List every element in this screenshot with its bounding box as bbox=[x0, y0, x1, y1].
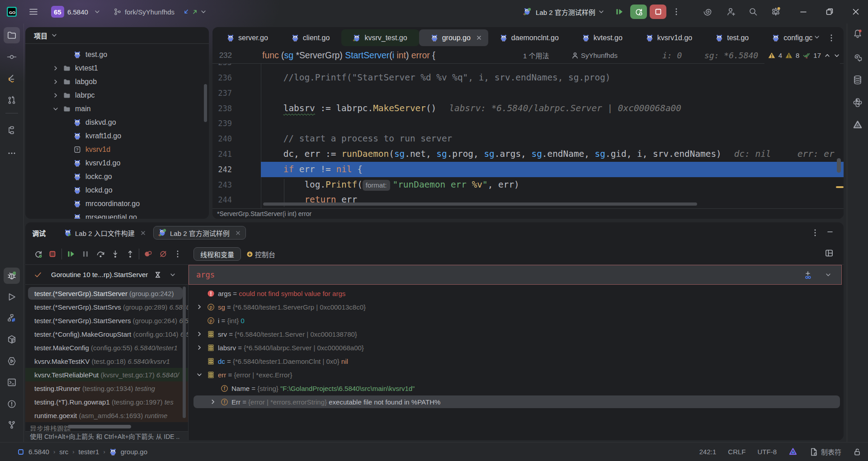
editor-vertical-scrollbar[interactable] bbox=[837, 158, 841, 173]
project-chevron-icon[interactable] bbox=[94, 0, 100, 24]
tabs-overflow-chevron-icon[interactable] bbox=[814, 34, 820, 40]
pause-icon[interactable] bbox=[80, 249, 91, 259]
tree-item-test-go[interactable]: test.go bbox=[25, 48, 209, 61]
chevron-down-icon[interactable] bbox=[196, 372, 203, 378]
resume-icon[interactable] bbox=[66, 249, 76, 259]
debug-session-tab-1[interactable]: Lab 2 官方测试样例 bbox=[153, 226, 246, 240]
project-panel-header[interactable]: 项目 bbox=[25, 27, 209, 44]
settings-button[interactable] bbox=[770, 0, 781, 24]
warning-stripe-mark[interactable] bbox=[836, 186, 844, 188]
step-into-icon[interactable] bbox=[110, 249, 121, 259]
variable-dc[interactable]: dc = {*6.5840/tester1.DaemonClnt | 0x0} … bbox=[189, 354, 844, 368]
variable-labsrv[interactable]: labsrv = {*6.5840/labrpc.Server | 0xc000… bbox=[189, 341, 844, 354]
editor-tab-group-go[interactable]: group.go bbox=[419, 29, 488, 46]
goroutine-chevron-icon[interactable] bbox=[170, 272, 176, 278]
step-over-icon[interactable] bbox=[95, 249, 106, 259]
evaluate-expression-field[interactable]: args bbox=[189, 265, 842, 285]
hide-frames-filter-icon[interactable] bbox=[154, 271, 161, 278]
project-name[interactable]: 6.5840 bbox=[67, 0, 88, 24]
stack-frame-5[interactable]: kvsrv.MakeTestKV (test.go:18) 6.5840/kvs… bbox=[25, 354, 188, 368]
caret-position-widget[interactable]: 242:1 bbox=[699, 448, 717, 456]
version-control-icon[interactable] bbox=[4, 417, 20, 433]
mute-breakpoints-icon[interactable] bbox=[158, 249, 169, 259]
rerun-icon[interactable] bbox=[33, 249, 44, 259]
breadcrumb-src[interactable]: src bbox=[59, 448, 68, 456]
run-config-chevron-icon[interactable] bbox=[598, 0, 604, 24]
window-restore-button[interactable] bbox=[825, 0, 834, 24]
dependencies-icon[interactable] bbox=[4, 331, 20, 348]
project-tree-scrollbar[interactable] bbox=[204, 84, 207, 122]
git-chevron-icon[interactable] bbox=[200, 0, 207, 24]
tabs-more-button[interactable] bbox=[828, 33, 835, 42]
evaluate-history-chevron-icon[interactable] bbox=[825, 272, 831, 278]
variable-Err[interactable]: fErr = {error | *errors.errorString} exe… bbox=[189, 395, 844, 409]
commit-icon[interactable] bbox=[4, 49, 20, 65]
stack-frame-2[interactable]: tester.(*ServerGrp).StartServers (group.… bbox=[25, 314, 188, 327]
stack-frame-4[interactable]: tester.MakeConfig (config.go:55) 6.5840/… bbox=[25, 341, 188, 354]
code-line-241[interactable]: 241 dc, err := runDaemon(sg.net, sg.prog… bbox=[212, 146, 844, 162]
terminal-icon[interactable] bbox=[4, 374, 20, 390]
breadcrumb-tester1[interactable]: tester1 bbox=[79, 448, 99, 456]
tree-item-kvsrv1d-go[interactable]: kvsrv1d.go bbox=[25, 156, 209, 170]
toolbar-more-button[interactable] bbox=[172, 249, 183, 259]
code-editor[interactable]: 235236 //log.Printf("StartServer %d %v %… bbox=[212, 47, 844, 208]
tree-item-main[interactable]: main bbox=[25, 102, 209, 116]
breadcrumb-project[interactable]: 6.5840 bbox=[28, 448, 49, 456]
variable-args[interactable]: args = could not find symbol value for a… bbox=[189, 287, 844, 300]
stop-icon[interactable] bbox=[47, 249, 58, 259]
project-icon[interactable] bbox=[4, 27, 20, 43]
chevron-right-icon[interactable] bbox=[196, 331, 203, 337]
project-badge[interactable]: 65 bbox=[51, 6, 64, 18]
more-actions-button[interactable] bbox=[673, 0, 679, 24]
tab-close-icon[interactable] bbox=[476, 35, 482, 41]
chevron-right-icon[interactable] bbox=[52, 79, 59, 85]
chevron-right-icon[interactable] bbox=[196, 344, 203, 351]
knot-plugin-icon[interactable] bbox=[788, 447, 797, 456]
search-everywhere-button[interactable] bbox=[748, 0, 758, 24]
editor-horizontal-scrollbar[interactable] bbox=[263, 202, 697, 206]
rerun-debug-button[interactable] bbox=[630, 5, 647, 19]
window-close-button[interactable] bbox=[851, 0, 860, 24]
code-line-243[interactable]: 243 log.Printf(format:"runDaemon err %v"… bbox=[212, 177, 844, 193]
hint-close-icon[interactable] bbox=[177, 433, 183, 440]
run-icon[interactable] bbox=[4, 289, 20, 305]
chevron-right-icon[interactable] bbox=[52, 65, 59, 71]
debug-session-tab-0[interactable]: Lab 2 入口文件构建 bbox=[60, 226, 151, 240]
encoding-widget[interactable]: UTF-8 bbox=[757, 448, 777, 456]
debug-icon[interactable] bbox=[4, 268, 20, 284]
editor-tab-kvsrv_test-go[interactable]: kvsrv_test.go bbox=[341, 29, 419, 46]
tab-close-icon[interactable] bbox=[235, 230, 241, 236]
ai-assistant-icon[interactable] bbox=[849, 49, 866, 66]
ai-assistant-button[interactable] bbox=[703, 0, 713, 24]
stop-button[interactable] bbox=[650, 5, 666, 19]
stack-frame-1[interactable]: tester.(*ServerGrp).StartSrvs (group.go:… bbox=[25, 300, 188, 314]
run-config-selector[interactable]: Lab 2 官方测试样例 bbox=[536, 0, 595, 24]
leetcode-plugin-icon[interactable] bbox=[4, 71, 20, 87]
tab-close-icon[interactable] bbox=[140, 230, 146, 236]
pull-requests-icon[interactable] bbox=[4, 92, 20, 108]
problems-icon[interactable] bbox=[4, 396, 20, 412]
code-line-236[interactable]: 236 //log.Printf("StartServer %d %v %q",… bbox=[212, 70, 844, 85]
code-line-239[interactable]: 239 bbox=[212, 116, 844, 131]
tree-item-labrpc[interactable]: labrpc bbox=[25, 89, 209, 102]
goroutine-selector[interactable]: Goroutine 10 te...rp).StartServer bbox=[25, 265, 188, 285]
variable-sg[interactable]: psg = {*6.5840/tester1.ServerGrp | 0xc00… bbox=[189, 300, 844, 314]
editor-tab-kvtest-go[interactable]: kvtest.go bbox=[571, 29, 634, 46]
main-menu-button[interactable] bbox=[28, 0, 38, 24]
stack-frame-6[interactable]: kvsrv.TestReliablePut (kvsrv_test.go:17)… bbox=[25, 368, 188, 381]
lock-widget[interactable] bbox=[853, 448, 861, 456]
editor-tab-test-go[interactable]: test.go bbox=[704, 29, 760, 46]
services-icon[interactable] bbox=[4, 310, 20, 326]
tree-item-kvraft1d-go[interactable]: kvraft1d.go bbox=[25, 129, 209, 143]
variable-err[interactable]: err = {error | *exec.Error} bbox=[189, 368, 844, 381]
tree-item-lockc-go[interactable]: lockc.go bbox=[25, 170, 209, 183]
database-icon[interactable] bbox=[849, 72, 866, 88]
code-line-238[interactable]: 238 labsrv := labrpc.MakeServer()labsrv:… bbox=[212, 101, 844, 116]
tree-item-mrsequential-go[interactable]: mrsequential.go bbox=[25, 211, 209, 219]
editor-tab-client-go[interactable]: client.go bbox=[280, 29, 342, 46]
tree-item-kvsrv1d[interactable]: ?kvsrv1d bbox=[25, 143, 209, 156]
tree-item-diskvd-go[interactable]: diskvd.go bbox=[25, 116, 209, 129]
tab-threads-variables[interactable]: 线程和变量 bbox=[193, 247, 241, 261]
editor-tab-server-go[interactable]: server.go bbox=[215, 29, 280, 46]
chevron-down-icon[interactable] bbox=[52, 106, 59, 112]
